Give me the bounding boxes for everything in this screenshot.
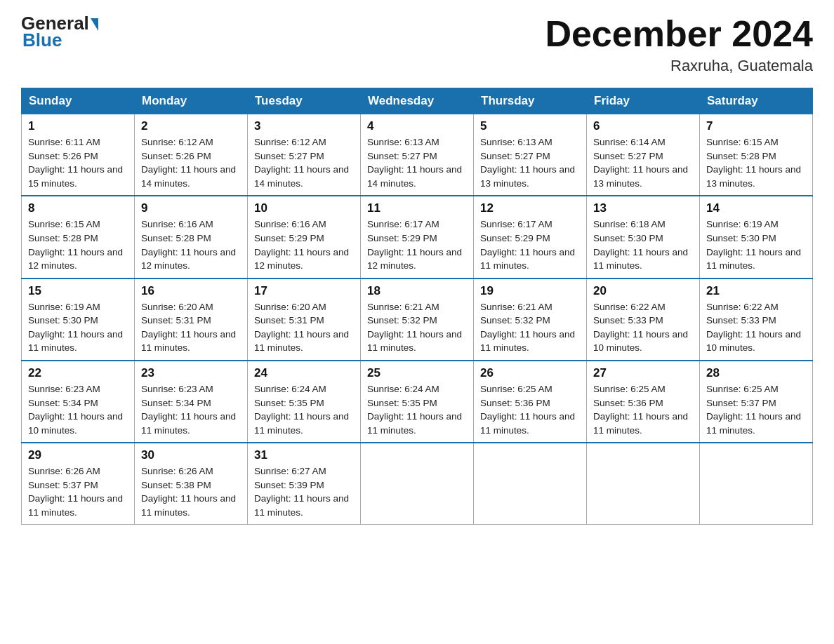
calendar-day-cell: 2 Sunrise: 6:12 AMSunset: 5:26 PMDayligh… [135, 114, 248, 196]
day-info: Sunrise: 6:23 AMSunset: 5:34 PMDaylight:… [28, 384, 123, 436]
calendar-week-row: 29 Sunrise: 6:26 AMSunset: 5:37 PMDaylig… [22, 443, 813, 525]
day-number: 19 [480, 284, 580, 298]
calendar-day-cell: 10 Sunrise: 6:16 AMSunset: 5:29 PMDaylig… [248, 196, 361, 278]
calendar-day-cell: 18 Sunrise: 6:21 AMSunset: 5:32 PMDaylig… [361, 279, 474, 361]
calendar-day-cell: 19 Sunrise: 6:21 AMSunset: 5:32 PMDaylig… [474, 279, 587, 361]
day-number: 17 [254, 284, 354, 298]
day-info: Sunrise: 6:25 AMSunset: 5:36 PMDaylight:… [593, 384, 688, 436]
calendar-table: SundayMondayTuesdayWednesdayThursdayFrid… [21, 88, 813, 525]
day-number: 31 [254, 448, 354, 462]
calendar-day-cell: 5 Sunrise: 6:13 AMSunset: 5:27 PMDayligh… [474, 114, 587, 196]
title-block: December 2024 Raxruha, Guatemala [545, 14, 813, 75]
calendar-day-cell: 6 Sunrise: 6:14 AMSunset: 5:27 PMDayligh… [587, 114, 700, 196]
calendar-day-cell: 12 Sunrise: 6:17 AMSunset: 5:29 PMDaylig… [474, 196, 587, 278]
day-info: Sunrise: 6:22 AMSunset: 5:33 PMDaylight:… [706, 302, 801, 354]
calendar-day-cell: 3 Sunrise: 6:12 AMSunset: 5:27 PMDayligh… [248, 114, 361, 196]
day-number: 13 [593, 201, 693, 215]
logo-arrow-icon [91, 18, 98, 31]
day-number: 22 [28, 366, 128, 380]
calendar-day-cell: 23 Sunrise: 6:23 AMSunset: 5:34 PMDaylig… [135, 361, 248, 443]
day-info: Sunrise: 6:12 AMSunset: 5:27 PMDaylight:… [254, 137, 349, 189]
day-number: 3 [254, 119, 354, 133]
day-info: Sunrise: 6:13 AMSunset: 5:27 PMDaylight:… [480, 137, 575, 189]
calendar-day-cell: 14 Sunrise: 6:19 AMSunset: 5:30 PMDaylig… [700, 196, 813, 278]
calendar-day-cell: 26 Sunrise: 6:25 AMSunset: 5:36 PMDaylig… [474, 361, 587, 443]
day-number: 24 [254, 366, 354, 380]
page-header: General Blue December 2024 Raxruha, Guat… [21, 14, 813, 75]
day-number: 18 [367, 284, 467, 298]
day-number: 4 [367, 119, 467, 133]
calendar-day-cell: 25 Sunrise: 6:24 AMSunset: 5:35 PMDaylig… [361, 361, 474, 443]
calendar-empty-cell [587, 443, 700, 525]
day-info: Sunrise: 6:16 AMSunset: 5:28 PMDaylight:… [141, 219, 236, 271]
day-info: Sunrise: 6:22 AMSunset: 5:33 PMDaylight:… [593, 302, 688, 354]
month-title: December 2024 [545, 14, 813, 54]
day-number: 5 [480, 119, 580, 133]
calendar-day-cell: 20 Sunrise: 6:22 AMSunset: 5:33 PMDaylig… [587, 279, 700, 361]
location-label: Raxruha, Guatemala [545, 57, 813, 75]
calendar-day-cell: 15 Sunrise: 6:19 AMSunset: 5:30 PMDaylig… [22, 279, 135, 361]
day-number: 1 [28, 119, 128, 133]
day-number: 21 [706, 284, 806, 298]
calendar-day-cell: 7 Sunrise: 6:15 AMSunset: 5:28 PMDayligh… [700, 114, 813, 196]
day-number: 9 [141, 201, 241, 215]
day-number: 23 [141, 366, 241, 380]
day-info: Sunrise: 6:25 AMSunset: 5:36 PMDaylight:… [480, 384, 575, 436]
day-number: 2 [141, 119, 241, 133]
calendar-day-cell: 1 Sunrise: 6:11 AMSunset: 5:26 PMDayligh… [22, 114, 135, 196]
calendar-header-row: SundayMondayTuesdayWednesdayThursdayFrid… [22, 88, 813, 114]
day-number: 7 [706, 119, 806, 133]
day-info: Sunrise: 6:16 AMSunset: 5:29 PMDaylight:… [254, 219, 349, 271]
calendar-week-row: 1 Sunrise: 6:11 AMSunset: 5:26 PMDayligh… [22, 114, 813, 196]
day-info: Sunrise: 6:24 AMSunset: 5:35 PMDaylight:… [367, 384, 462, 436]
day-header-thursday: Thursday [474, 88, 587, 114]
day-number: 26 [480, 366, 580, 380]
day-number: 14 [706, 201, 806, 215]
calendar-week-row: 15 Sunrise: 6:19 AMSunset: 5:30 PMDaylig… [22, 279, 813, 361]
calendar-day-cell: 16 Sunrise: 6:20 AMSunset: 5:31 PMDaylig… [135, 279, 248, 361]
calendar-day-cell: 4 Sunrise: 6:13 AMSunset: 5:27 PMDayligh… [361, 114, 474, 196]
calendar-day-cell: 29 Sunrise: 6:26 AMSunset: 5:37 PMDaylig… [22, 443, 135, 525]
day-number: 10 [254, 201, 354, 215]
day-number: 29 [28, 448, 128, 462]
day-number: 16 [141, 284, 241, 298]
day-info: Sunrise: 6:15 AMSunset: 5:28 PMDaylight:… [28, 219, 123, 271]
calendar-day-cell: 27 Sunrise: 6:25 AMSunset: 5:36 PMDaylig… [587, 361, 700, 443]
day-info: Sunrise: 6:11 AMSunset: 5:26 PMDaylight:… [28, 137, 123, 189]
calendar-empty-cell [700, 443, 813, 525]
day-info: Sunrise: 6:25 AMSunset: 5:37 PMDaylight:… [706, 384, 801, 436]
day-header-wednesday: Wednesday [361, 88, 474, 114]
calendar-empty-cell [474, 443, 587, 525]
day-info: Sunrise: 6:26 AMSunset: 5:37 PMDaylight:… [28, 466, 123, 518]
day-number: 11 [367, 201, 467, 215]
calendar-day-cell: 28 Sunrise: 6:25 AMSunset: 5:37 PMDaylig… [700, 361, 813, 443]
day-number: 25 [367, 366, 467, 380]
day-info: Sunrise: 6:27 AMSunset: 5:39 PMDaylight:… [254, 466, 349, 518]
day-number: 30 [141, 448, 241, 462]
calendar-day-cell: 9 Sunrise: 6:16 AMSunset: 5:28 PMDayligh… [135, 196, 248, 278]
calendar-day-cell: 22 Sunrise: 6:23 AMSunset: 5:34 PMDaylig… [22, 361, 135, 443]
calendar-day-cell: 11 Sunrise: 6:17 AMSunset: 5:29 PMDaylig… [361, 196, 474, 278]
day-number: 6 [593, 119, 693, 133]
day-info: Sunrise: 6:12 AMSunset: 5:26 PMDaylight:… [141, 137, 236, 189]
day-info: Sunrise: 6:21 AMSunset: 5:32 PMDaylight:… [480, 302, 575, 354]
calendar-day-cell: 13 Sunrise: 6:18 AMSunset: 5:30 PMDaylig… [587, 196, 700, 278]
day-number: 8 [28, 201, 128, 215]
calendar-week-row: 22 Sunrise: 6:23 AMSunset: 5:34 PMDaylig… [22, 361, 813, 443]
day-number: 15 [28, 284, 128, 298]
day-header-monday: Monday [135, 88, 248, 114]
day-info: Sunrise: 6:14 AMSunset: 5:27 PMDaylight:… [593, 137, 688, 189]
day-number: 28 [706, 366, 806, 380]
logo: General Blue [21, 14, 98, 51]
day-info: Sunrise: 6:19 AMSunset: 5:30 PMDaylight:… [706, 219, 801, 271]
calendar-day-cell: 31 Sunrise: 6:27 AMSunset: 5:39 PMDaylig… [248, 443, 361, 525]
day-header-friday: Friday [587, 88, 700, 114]
calendar-day-cell: 17 Sunrise: 6:20 AMSunset: 5:31 PMDaylig… [248, 279, 361, 361]
day-info: Sunrise: 6:26 AMSunset: 5:38 PMDaylight:… [141, 466, 236, 518]
logo-blue-text: Blue [22, 29, 62, 51]
calendar-day-cell: 24 Sunrise: 6:24 AMSunset: 5:35 PMDaylig… [248, 361, 361, 443]
day-info: Sunrise: 6:20 AMSunset: 5:31 PMDaylight:… [141, 302, 236, 354]
calendar-day-cell: 8 Sunrise: 6:15 AMSunset: 5:28 PMDayligh… [22, 196, 135, 278]
calendar-week-row: 8 Sunrise: 6:15 AMSunset: 5:28 PMDayligh… [22, 196, 813, 278]
day-info: Sunrise: 6:18 AMSunset: 5:30 PMDaylight:… [593, 219, 688, 271]
